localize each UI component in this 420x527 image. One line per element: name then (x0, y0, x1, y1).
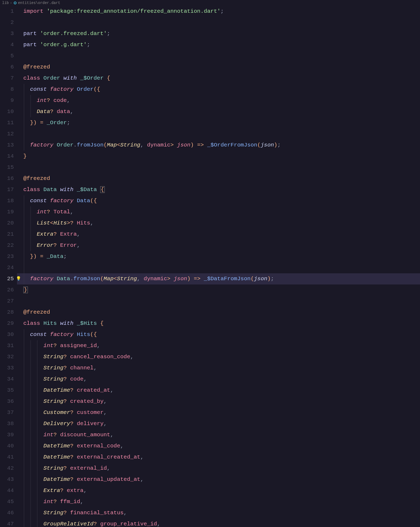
line-number[interactable]: 32 (0, 351, 14, 362)
code-line[interactable]: String? created_by, (23, 396, 420, 407)
gutter[interactable]: 1234567891011121314151617181920212223242… (0, 6, 23, 527)
code-line[interactable]: Delivery? delivery, (23, 418, 420, 429)
code-line[interactable]: String? code, (23, 374, 420, 385)
line-number[interactable]: 1 (0, 6, 14, 17)
line-number[interactable]: 8 (0, 84, 14, 95)
line-number[interactable]: 38 (0, 418, 14, 429)
code-line[interactable]: @freezed (23, 307, 420, 318)
line-number[interactable]: 13 (0, 140, 14, 151)
line-number[interactable]: 42 (0, 463, 14, 474)
code-line[interactable]: String? financial_status, (23, 507, 420, 519)
code-line[interactable]: part 'order.freezed.dart'; (23, 28, 420, 39)
line-number[interactable]: 24 (0, 262, 14, 273)
code-line[interactable]: DateTime? created_at, (23, 385, 420, 396)
line-number[interactable]: 40 (0, 440, 14, 452)
line-number[interactable]: 16 (0, 173, 14, 184)
code-line[interactable] (23, 162, 420, 173)
code-area[interactable]: import 'package:freezed_annotation/freez… (23, 6, 420, 527)
code-line[interactable]: import 'package:freezed_annotation/freez… (23, 6, 420, 17)
breadcrumb-folder[interactable]: lib (2, 1, 9, 5)
code-line[interactable]: int? assignee_id, (23, 340, 420, 351)
line-number[interactable]: 17 (0, 184, 14, 195)
line-number[interactable]: 25 (0, 273, 14, 284)
code-line[interactable]: class Data with _$Data { (23, 184, 420, 195)
line-number[interactable]: 12 (0, 128, 14, 140)
code-line[interactable]: const factory Hits({ (23, 329, 420, 340)
line-number[interactable]: 37 (0, 407, 14, 418)
code-line[interactable]: 💡 factory Data.fromJson(Map<String, dyna… (23, 273, 420, 284)
code-line[interactable]: } (23, 151, 420, 162)
line-number[interactable]: 3 (0, 28, 14, 39)
code-line[interactable]: DateTime? external_updated_at, (23, 474, 420, 485)
line-number[interactable]: 2 (0, 17, 14, 28)
code-line[interactable]: int? discount_amount, (23, 429, 420, 440)
code-line[interactable]: int? ffm_id, (23, 496, 420, 507)
line-number[interactable]: 47 (0, 519, 14, 527)
code-line[interactable]: class Hits with _$Hits { (23, 318, 420, 329)
code-line[interactable]: part 'order.g.dart'; (23, 39, 420, 50)
line-number[interactable]: 4 (0, 39, 14, 50)
code-line[interactable] (23, 128, 420, 140)
code-line[interactable]: DateTime? external_code, (23, 440, 420, 452)
line-number[interactable]: 41 (0, 452, 14, 463)
line-number[interactable]: 29 (0, 318, 14, 329)
line-number[interactable]: 22 (0, 240, 14, 251)
code-line[interactable]: factory Order.fromJson(Map<String, dynam… (23, 140, 420, 151)
line-number[interactable]: 45 (0, 496, 14, 507)
code-line[interactable]: @freezed (23, 62, 420, 73)
code-line[interactable]: GroupRelativeId? group_relative_id, (23, 519, 420, 527)
line-number[interactable]: 23 (0, 251, 14, 262)
code-line[interactable]: @freezed (23, 173, 420, 184)
breadcrumb-file[interactable]: entities\order.dart (18, 1, 60, 5)
code-line[interactable]: }) = _Data; (23, 251, 420, 262)
code-line[interactable]: Data? data, (23, 106, 420, 117)
breadcrumb[interactable]: lib › entities\order.dart (0, 0, 420, 6)
code-line[interactable] (23, 50, 420, 62)
code-line[interactable]: const factory Order({ (23, 84, 420, 95)
line-number[interactable]: 46 (0, 507, 14, 519)
code-line[interactable]: Extra? extra, (23, 485, 420, 496)
lightbulb-icon[interactable]: 💡 (16, 273, 21, 284)
line-number[interactable]: 19 (0, 206, 14, 218)
line-number[interactable]: 33 (0, 362, 14, 374)
code-line[interactable]: class Order with _$Order { (23, 73, 420, 84)
line-number[interactable]: 21 (0, 229, 14, 240)
line-number[interactable]: 31 (0, 340, 14, 351)
line-number[interactable]: 35 (0, 385, 14, 396)
line-number[interactable]: 28 (0, 307, 14, 318)
code-line[interactable] (23, 262, 420, 273)
code-line[interactable] (23, 296, 420, 307)
code-line[interactable]: Error? Error, (23, 240, 420, 251)
line-number[interactable]: 27 (0, 296, 14, 307)
line-number[interactable]: 7 (0, 73, 14, 84)
code-line[interactable] (23, 17, 420, 28)
line-number[interactable]: 39 (0, 429, 14, 440)
line-number[interactable]: 20 (0, 218, 14, 229)
code-line[interactable]: List<Hits>? Hits, (23, 218, 420, 229)
code-line[interactable]: String? channel, (23, 362, 420, 374)
code-line[interactable]: Extra? Extra, (23, 229, 420, 240)
code-line[interactable]: int? code, (23, 95, 420, 106)
code-line[interactable]: String? cancel_reason_code, (23, 351, 420, 362)
line-number[interactable]: 30 (0, 329, 14, 340)
line-number[interactable]: 18 (0, 195, 14, 206)
code-line[interactable]: DateTime? external_created_at, (23, 452, 420, 463)
code-line[interactable]: int? Total, (23, 206, 420, 218)
line-number[interactable]: 26 (0, 284, 14, 296)
code-line[interactable]: }) = _Order; (23, 117, 420, 128)
line-number[interactable]: 6 (0, 62, 14, 73)
line-number[interactable]: 43 (0, 474, 14, 485)
line-number[interactable]: 10 (0, 106, 14, 117)
line-number[interactable]: 14 (0, 151, 14, 162)
line-number[interactable]: 36 (0, 396, 14, 407)
line-number[interactable]: 9 (0, 95, 14, 106)
line-number[interactable]: 11 (0, 117, 14, 128)
code-line[interactable]: Customer? customer, (23, 407, 420, 418)
line-number[interactable]: 15 (0, 162, 14, 173)
line-number[interactable]: 5 (0, 50, 14, 62)
code-line[interactable]: String? external_id, (23, 463, 420, 474)
code-line[interactable]: const factory Data({ (23, 195, 420, 206)
line-number[interactable]: 34 (0, 374, 14, 385)
code-line[interactable]: } (23, 284, 420, 296)
line-number[interactable]: 44 (0, 485, 14, 496)
